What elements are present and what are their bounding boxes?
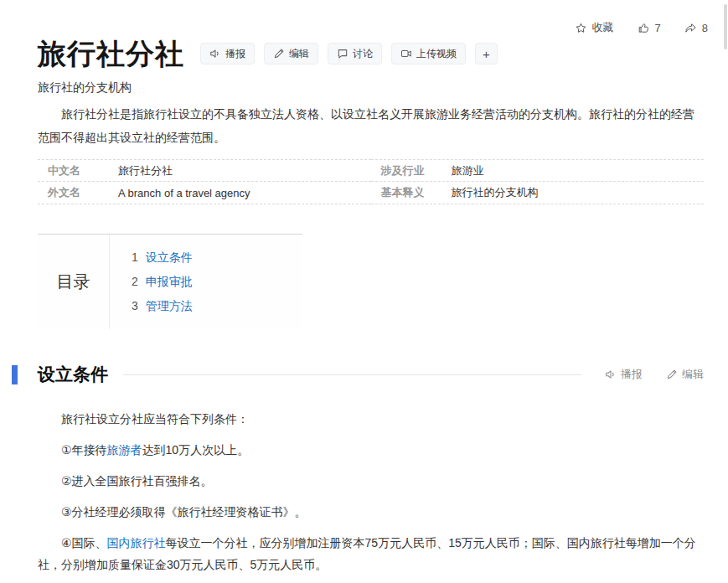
- paragraph-intro: 旅行社设立分社应当符合下列条件：: [38, 408, 704, 430]
- broadcast-label: 播报: [225, 47, 245, 61]
- paragraph-condition-3: ③分社经理必须取得《旅行社经理资格证书》。: [38, 501, 704, 523]
- upload-video-button[interactable]: 上传视频: [391, 43, 466, 64]
- thumbs-up-icon: [638, 22, 650, 34]
- discuss-button[interactable]: 讨论: [328, 43, 382, 64]
- broadcast-button[interactable]: 播报: [200, 43, 255, 64]
- toc-item-number: 1: [132, 245, 138, 270]
- video-camera-icon: [400, 48, 412, 59]
- info-value: 旅行社的分支机构: [452, 185, 539, 200]
- table-of-contents: 目录 1 设立条件 2 申报审批 3 管理方法: [38, 234, 302, 329]
- upload-video-label: 上传视频: [416, 47, 457, 61]
- share-button[interactable]: 8: [684, 22, 708, 34]
- plus-icon: +: [483, 47, 490, 61]
- baike-article-page: 收藏 7 8 旅行社分社 播报 编辑: [0, 0, 728, 583]
- speaker-icon: [605, 369, 617, 380]
- info-value: 旅游业: [452, 163, 484, 178]
- like-count: 7: [655, 22, 661, 34]
- edit-label: 编辑: [289, 47, 309, 61]
- text-run: ①年接待: [61, 443, 107, 457]
- lemma-subtitle: 旅行社的分支机构: [38, 80, 704, 95]
- toc-item-number: 2: [132, 270, 138, 294]
- toc-item: 3 管理方法: [132, 294, 193, 318]
- toc-title: 目录: [38, 235, 110, 329]
- paragraph-condition-1: ①年接待旅游者达到10万人次以上。: [38, 439, 704, 461]
- toc-link-1[interactable]: 设立条件: [146, 245, 193, 270]
- page-title: 旅行社分社: [38, 37, 184, 70]
- more-button[interactable]: +: [475, 43, 498, 64]
- toc-link-2[interactable]: 申报审批: [146, 270, 193, 294]
- discuss-label: 讨论: [353, 47, 373, 61]
- link-tourist[interactable]: 旅游者: [107, 443, 142, 457]
- text-run: 旅行社设立分社应当符合下列条件：: [61, 412, 249, 426]
- info-label: 中文名: [38, 163, 118, 178]
- edit-button[interactable]: 编辑: [264, 43, 318, 64]
- paragraph-condition-2: ②进入全国旅行社百强排名。: [38, 470, 704, 492]
- basic-info-table: 中文名 旅行社分社 涉及行业 旅游业 外文名 A branch of a tra…: [38, 159, 704, 204]
- section-header: 设立条件 播报 编辑: [12, 363, 704, 386]
- speaker-icon: [209, 48, 221, 59]
- basic-info-grid: 中文名 旅行社分社 涉及行业 旅游业 外文名 A branch of a tra…: [38, 159, 704, 204]
- lemma-summary: 旅行社分社是指旅行社设立的不具备独立法人资格、以设立社名义开展旅游业务经营活动的…: [38, 102, 704, 149]
- info-cell-basic-definition: 基本释义 旅行社的分支机构: [371, 182, 705, 204]
- text-run: ④国际、: [61, 536, 107, 549]
- toc-item: 2 申报审批: [132, 270, 193, 294]
- info-cell-foreign-name: 外文名 A branch of a travel agency: [38, 182, 371, 204]
- info-label: 外文名: [38, 185, 118, 200]
- info-cell-chinese-name: 中文名 旅行社分社: [38, 159, 371, 182]
- share-count: 8: [702, 22, 708, 34]
- toc-list: 1 设立条件 2 申报审批 3 管理方法: [110, 235, 193, 329]
- title-row: 旅行社分社 播报 编辑 讨论 上传视频 +: [38, 0, 704, 70]
- info-cell-industry: 涉及行业 旅游业: [371, 159, 705, 182]
- section-divider-line: [123, 374, 581, 375]
- section-edit-button[interactable]: 编辑: [666, 367, 704, 382]
- text-run: ②进入全国旅行社百强排名。: [61, 474, 213, 488]
- scrollbar-thumb[interactable]: [724, 4, 727, 49]
- section-broadcast-label: 播报: [621, 367, 643, 382]
- info-label: 涉及行业: [371, 163, 452, 178]
- section-content: 旅行社设立分社应当符合下列条件： ①年接待旅游者达到10万人次以上。 ②进入全国…: [38, 408, 704, 575]
- toc-item: 1 设立条件: [132, 245, 193, 270]
- pencil-icon: [666, 369, 678, 380]
- speech-bubble-icon: [337, 48, 349, 59]
- share-arrow-icon: [684, 22, 697, 34]
- toc-item-number: 3: [132, 294, 138, 318]
- section-broadcast-button[interactable]: 播报: [605, 367, 643, 382]
- section-edit-label: 编辑: [682, 367, 704, 382]
- pencil-icon: [273, 48, 285, 59]
- info-value: 旅行社分社: [118, 163, 173, 178]
- text-run: 达到10万人次以上。: [142, 443, 250, 457]
- link-domestic-travel-agency[interactable]: 国内旅行社: [107, 536, 166, 549]
- text-run: ③分社经理必须取得《旅行社经理资格证书》。: [61, 505, 307, 519]
- section-title: 设立条件: [38, 363, 108, 386]
- favorite-button[interactable]: 收藏: [575, 20, 614, 35]
- info-value: A branch of a travel agency: [118, 187, 250, 199]
- like-button[interactable]: 7: [638, 22, 661, 34]
- section-accent-bar: [12, 365, 18, 384]
- favorite-label: 收藏: [592, 20, 614, 35]
- paragraph-condition-4: ④国际、国内旅行社每设立一个分社，应分别增加注册资本75万元人民币、15万元人民…: [38, 532, 704, 575]
- toc-link-3[interactable]: 管理方法: [146, 294, 193, 318]
- info-label: 基本释义: [371, 185, 452, 200]
- star-icon: [575, 22, 587, 34]
- top-actions: 收藏 7 8: [575, 20, 708, 35]
